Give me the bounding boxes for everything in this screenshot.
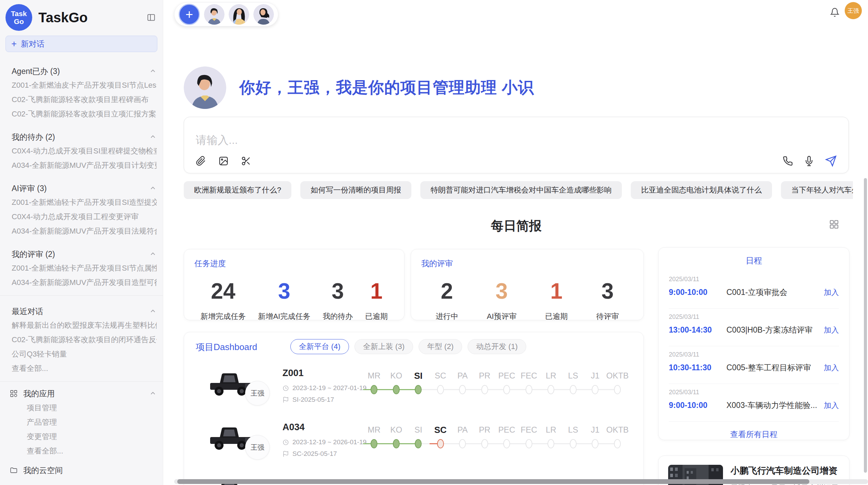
logo-text-top: Task [11,10,27,17]
greeting-text: 你好，王强，我是你的项目管理助理 小识 [239,77,534,98]
milestone-label: PR [474,371,496,383]
task-item[interactable]: Z001-全新燃油轻卡产品开发项目SI造型提交物评审 [12,195,157,210]
add-agent-button[interactable]: + [179,4,200,25]
recent-chat-item[interactable]: C02-飞腾新能源轻客改款项目的闭环通告反馈情况 [12,333,157,347]
project-next-milestone: SI-2025-05-17 [292,396,334,403]
tab-powertrain[interactable]: 动总开发 (1) [468,339,526,354]
my-favorites[interactable]: 我的收藏 [10,482,157,485]
schedule-event: 2025/03/11 9:00-10:00 C001-立项审批会 加入 [669,271,839,309]
briefing-layout-icon[interactable] [829,219,839,229]
event-time: 9:00-10:00 [669,401,726,410]
section-title: 最近对话 [12,306,43,317]
chevron-up-icon[interactable] [149,67,157,75]
task-item[interactable]: Z001-全新燃油轻卡产品开发项目SI节点属性5D文件评审 [12,261,157,275]
event-name: X003-车辆动力学性能验... [726,400,824,411]
milestone-dot [393,385,400,394]
logo-text-bottom: Go [14,17,24,25]
vertical-scrollbar-thumb[interactable] [864,178,867,473]
my-apps-header[interactable]: 我的应用 [10,386,157,401]
app-link-product-mgmt[interactable]: 产品管理 [12,415,157,430]
dashboard-tabs: 全新平台 (4) 全新上装 (3) 年型 (2) 动总开发 (1) [290,339,526,354]
task-item[interactable]: A034-全新新能源MUV产品开发项目计划变更表编写 [12,158,157,173]
section-my-todo[interactable]: 我的待办 (2) [12,130,157,144]
card-title: 我的评审 [421,258,633,269]
milestone-label-current: SI [407,371,430,383]
section-recent-chats[interactable]: 最近对话 [12,304,157,318]
attachment-icon[interactable] [196,156,206,166]
join-link[interactable]: 加入 [824,400,839,411]
view-all-apps-link[interactable]: 查看全部... [12,444,157,458]
image-upload-icon[interactable] [218,156,229,166]
task-item[interactable]: A034-全新新能源MUV产品开发项目造型可行性评审 [12,275,157,290]
user-avatar-badge[interactable]: 王强 [845,2,862,19]
task-item[interactable]: C02-飞腾新能源轻客改款项目里程碑画布 [12,92,157,107]
chat-composer [184,117,849,173]
suggestion-chip[interactable]: 特朗普可能对进口汽车增税会对中国车企造成哪些影响 [420,181,622,199]
new-chat-button[interactable]: + 新对话 [5,36,157,52]
join-link[interactable]: 加入 [824,363,839,373]
app-link-project-mgmt[interactable]: 项目管理 [12,401,157,415]
my-cloud-space[interactable]: 我的云空间 [10,463,157,477]
sidebar-collapse-icon[interactable] [146,13,156,22]
assistant-avatar [184,66,226,109]
assistant-greeting: 你好，王强，我是你的项目管理助理 小识 [184,66,534,109]
milestone-dot [481,385,488,394]
section-agent-done[interactable]: Agent已办 (3) [12,64,157,78]
app-link-change-mgmt[interactable]: 变更管理 [12,430,157,444]
milestone-dot [415,439,422,448]
agent-avatar-1[interactable] [204,4,225,25]
task-item[interactable]: A034-全新新能源MUV产品开发项目法规符合性评审 [12,224,157,238]
section-ai-review[interactable]: AI评审 (3) [12,182,157,195]
milestone-label: PA [451,371,474,383]
card-title: 任务进度 [194,258,394,269]
recent-chat-item[interactable]: 公司Q3轻卡销量 [12,347,157,361]
tab-new-body[interactable]: 全新上装 (3) [354,339,413,354]
chevron-up-icon[interactable] [149,308,157,315]
tab-new-platform[interactable]: 全新平台 (4) [290,339,349,354]
task-item[interactable]: Z001-全新燃油皮卡产品开发项目SI节点Lesson Learn报告 [12,78,157,92]
notification-bell-icon[interactable] [830,8,840,17]
recent-chat-item[interactable]: 解释最新出台的欧盟报废车法规再生塑料比例被调至15%... [12,318,157,333]
my-cloud-label: 我的云空间 [23,465,63,476]
stat-label: 已逾期 [365,311,388,322]
voice-call-icon[interactable] [783,156,793,166]
project-row[interactable]: 王强 Z001 2023-12-19 ~ 2027-01-19 SI-2025-… [184,366,643,419]
project-dashboard-card: 项目Dashboard 全新平台 (4) 全新上装 (3) 年型 (2) 动总开… [184,332,644,485]
task-item[interactable]: C0X4-动力总成开发项目SI里程碑提交物检查 [12,144,157,158]
send-icon[interactable] [825,155,837,167]
tab-model-year[interactable]: 年型 (2) [419,339,462,354]
join-link[interactable]: 加入 [824,287,839,298]
milestone-step: PR [474,371,496,398]
milestone-step: PA [451,371,474,398]
suggestion-chip[interactable]: 如何写一份清晰的项目周报 [300,181,411,199]
stat-label: 新增完成任务 [201,311,246,322]
chevron-up-icon[interactable] [149,250,157,258]
agent-avatar-3[interactable] [253,4,274,25]
milestone-dot [592,439,599,448]
join-link[interactable]: 加入 [824,325,839,335]
view-all-chats-link[interactable]: 查看全部... [12,361,157,376]
section-my-review[interactable]: 我的评审 (2) [12,247,157,261]
task-item[interactable]: C02-飞腾新能源轻客改款项目立项汇报方案 [12,107,157,121]
suggestion-chip[interactable]: 欧洲新规最近颁布了什么? [184,181,291,199]
chevron-up-icon[interactable] [149,185,157,192]
view-all-schedule-link[interactable]: 查看所有日程 [669,422,839,447]
agent-avatar-2[interactable] [229,4,249,25]
clock-icon [282,439,289,446]
project-row[interactable]: 王强 A034 2023-12-19 ~ 2026-01-19 SC-2025-… [184,421,643,473]
event-time: 13:00-14:30 [669,325,726,335]
project-flag: SI-2025-05-17 [282,396,334,403]
chevron-up-icon[interactable] [149,390,157,397]
chevron-up-icon[interactable] [149,133,157,141]
milestone-label: PA [451,425,474,437]
suggestion-chip[interactable]: 比亚迪全固态电池计划具体说了什么 [631,181,772,199]
task-item[interactable]: C0X4-动力总成开发项目工程变更评审 [12,210,157,224]
horizontal-scrollbar-thumb[interactable] [177,479,809,484]
milestone-dot [592,385,599,394]
milestone-step: PEC [496,425,518,452]
chat-input[interactable] [196,125,837,155]
milestone-dot-alert [437,439,444,448]
screenshot-scissors-icon[interactable] [241,156,251,166]
microphone-icon[interactable] [804,156,814,166]
suggestion-chip[interactable]: 当下年轻人对汽车外观有怎样的喜好趋势 [781,181,853,199]
